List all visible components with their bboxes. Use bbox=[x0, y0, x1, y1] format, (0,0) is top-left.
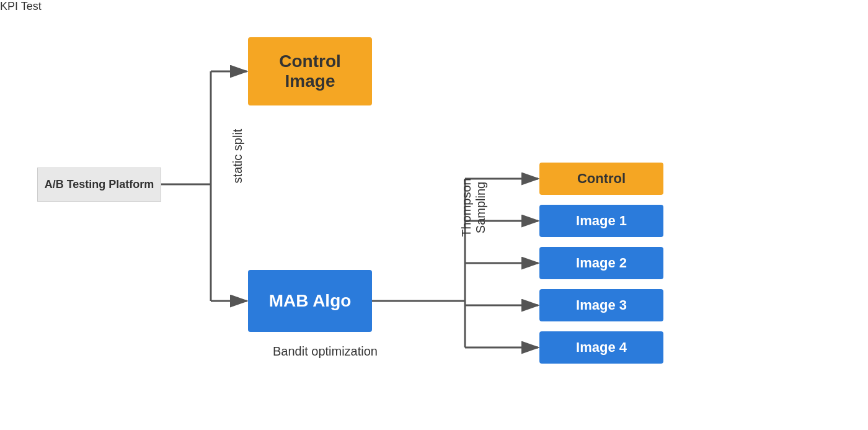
image1-label: Image 1 bbox=[576, 213, 627, 229]
bandit-optimization-label: Bandit optimization bbox=[273, 344, 378, 359]
control-label: Control bbox=[577, 171, 626, 187]
image3-label: Image 3 bbox=[576, 297, 627, 313]
static-split-label: static split bbox=[231, 129, 245, 184]
thompson-sampling-label: Thompson Sampling bbox=[445, 178, 488, 237]
image2-node: Image 2 bbox=[539, 247, 663, 279]
mab-algo-node: MAB Algo bbox=[248, 270, 372, 332]
mab-algo-label: MAB Algo bbox=[269, 291, 352, 311]
control-image-label: Control Image bbox=[279, 52, 341, 91]
image4-label: Image 4 bbox=[576, 339, 627, 356]
image3-node: Image 3 bbox=[539, 289, 663, 321]
image1-node: Image 1 bbox=[539, 205, 663, 237]
control-node: Control bbox=[539, 163, 663, 195]
control-image-node: Control Image bbox=[248, 37, 372, 105]
diagram-container: A/B Testing Platform KPI Test Control Im… bbox=[0, 0, 868, 430]
ab-testing-label: A/B Testing Platform bbox=[45, 178, 154, 191]
image2-label: Image 2 bbox=[576, 255, 627, 271]
image4-node: Image 4 bbox=[539, 331, 663, 364]
diagram-svg bbox=[0, 0, 868, 430]
ab-testing-platform-node: A/B Testing Platform bbox=[37, 168, 161, 202]
